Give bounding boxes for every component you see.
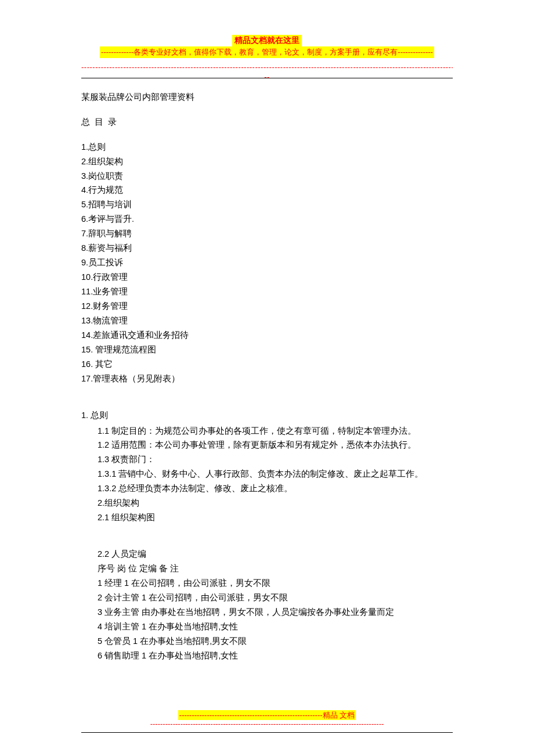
body-line: 5 仓管员 1 在办事处当地招聘,男女不限 (98, 634, 453, 649)
toc-item: 4.行为规范 (81, 183, 453, 197)
toc-item: 15. 管理规范流程图 (81, 343, 453, 357)
body-line: 1.3 权责部门： (98, 452, 453, 467)
toc-item: 6.考评与晋升. (81, 212, 453, 226)
toc-item: 1.总则 (81, 140, 453, 154)
body-line: 4 培训主管 1 在办事处当地招聘,女性 (98, 620, 453, 634)
header-dashes: ----------------------------------------… (81, 63, 453, 82)
header-banner: 精品文档就在这里 -------------各类专业好文档，值得你下载，教育，管… (81, 35, 453, 58)
section-1-heading: 1. 总则 (81, 408, 453, 423)
body-line: 2.组织架构 (98, 496, 453, 510)
body-line: 序号 岗 位 定编 备 注 (98, 561, 453, 576)
body-line: 6 销售助理 1 在办事处当地招聘,女性 (98, 649, 453, 663)
toc-item: 2.组织架构 (81, 154, 453, 169)
body-line: 2 会计主管 1 在公司招聘，由公司派驻，男女不限 (98, 591, 453, 605)
banner-subtitle: -------------各类专业好文档，值得你下载，教育，管理，论文，制度，方… (100, 46, 434, 58)
body-line: 1.2 适用范围：本公司办事处管理，除有更新版本和另有规定外，悉依本办法执行。 (98, 438, 453, 452)
toc-item: 7.辞职与解聘 (81, 226, 453, 241)
document-title: 某服装品牌公司内部管理资料 (81, 90, 453, 105)
toc-item: 11.业务管理 (81, 285, 453, 299)
toc-item: 5.招聘与培训 (81, 197, 453, 212)
banner-title: 精品文档就在这里 (232, 35, 302, 46)
toc-item: 13.物流管理 (81, 314, 453, 328)
body-line: 1 经理 1 在公司招聘，由公司派驻，男女不限 (98, 576, 453, 591)
document-body: 某服装品牌公司内部管理资料 总 目 录 1.总则2.组织架构3.岗位职责4.行为… (81, 90, 453, 663)
toc-item: 10.行政管理 (81, 270, 453, 285)
body-line: 1.1 制定目的：为规范公司办事处的各项工作，使之有章可循，特制定本管理办法。 (98, 424, 453, 438)
footer-rule (81, 732, 453, 733)
body-line: 1.3.2 总经理负责本办法制定、修改、废止之核准。 (98, 481, 453, 496)
toc-item: 17.管理表格（另见附表） (81, 372, 453, 386)
toc-heading: 总 目 录 (81, 115, 453, 129)
body-line: 2.1 组织架构图 (98, 510, 453, 525)
toc-list: 1.总则2.组织架构3.岗位职责4.行为规范5.招聘与培训6.考评与晋升.7.辞… (81, 140, 453, 386)
toc-item: 14.差旅通讯交通和业务招待 (81, 328, 453, 343)
section-1-content: 1.1 制定目的：为规范公司办事处的各项工作，使之有章可循，特制定本管理办法。1… (81, 424, 453, 525)
toc-item: 8.薪资与福利 (81, 241, 453, 255)
footer-banner: ----------------------------------------… (0, 710, 534, 728)
body-line: 2.2 人员定编 (98, 547, 453, 561)
toc-item: 9.员工投诉 (81, 255, 453, 270)
body-line: 3 业务主管 由办事处在当地招聘，男女不限，人员定编按各办事处业务量而定 (98, 605, 453, 620)
section-2-content: 2.2 人员定编序号 岗 位 定编 备 注1 经理 1 在公司招聘，由公司派驻，… (81, 547, 453, 663)
body-line: 1.3.1 营销中心、财务中心、人事行政部、负责本办法的制定修改、废止之起草工作… (98, 467, 453, 481)
toc-item: 16. 其它 (81, 357, 453, 372)
toc-item: 3.岗位职责 (81, 169, 453, 183)
toc-item: 12.财务管理 (81, 299, 453, 314)
